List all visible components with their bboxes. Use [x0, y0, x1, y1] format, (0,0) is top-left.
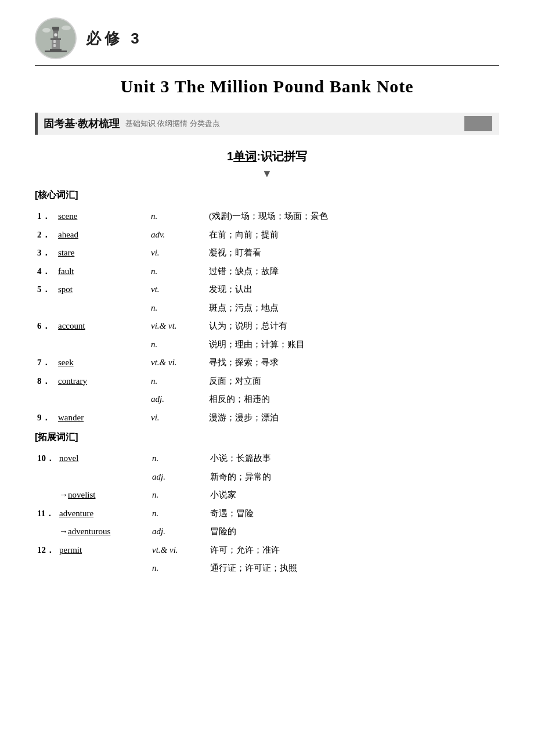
vocab-word-cell: seek: [56, 354, 149, 372]
vocab-title-rest: :识记拼写: [257, 150, 307, 163]
vocab-word-cell: fault: [56, 262, 149, 281]
table-row: 1．scenen.(戏剧)一场；现场；场面；景色: [35, 207, 499, 226]
vocab-pos-cell: vt.& vi.: [150, 541, 208, 560]
table-row: →novelistn.小说家: [35, 486, 499, 505]
table-row: 7．seekvt.& vi.寻找；探索；寻求: [35, 354, 499, 372]
table-row: 6．accountvi.& vt.认为；说明；总计有: [35, 317, 499, 336]
vocab-def-cell: 凝视；盯着看: [207, 244, 499, 262]
table-row: 11．adventuren.奇遇；冒险: [35, 505, 499, 523]
table-row: 9．wandervi.漫游；漫步；漂泊: [35, 409, 499, 427]
vocab-arrow: ▼: [35, 168, 499, 180]
table-row: 2．aheadadv.在前；向前；提前: [35, 226, 499, 244]
table-row: adj.相反的；相违的: [35, 390, 499, 409]
vocab-word-cell: permit: [57, 541, 150, 560]
vocab-pos-cell: vi.: [149, 409, 207, 427]
vocab-number-cell: 9．: [35, 409, 56, 427]
vocab-def-cell: 奇遇；冒险: [208, 505, 499, 523]
vocab-def-cell: 过错；缺点；故障: [207, 262, 499, 281]
vocab-table: 10．noveln.小说；长篇故事adj.新奇的；异常的→novelistn.小…: [35, 449, 499, 578]
table-row: 3．starevi.凝视；盯着看: [35, 244, 499, 262]
vocab-word-cell: wander: [56, 409, 149, 427]
vocab-number-cell: 11．: [35, 505, 57, 523]
vocab-def-cell: 在前；向前；提前: [207, 226, 499, 244]
book-title: 必修 3: [86, 28, 143, 49]
vocab-number-cell: 1．: [35, 207, 56, 226]
vocab-number-cell: 2．: [35, 226, 56, 244]
vocab-def-cell: 斑点；污点；地点: [207, 299, 499, 318]
category-label: [拓展词汇]: [35, 431, 499, 444]
vocab-pos-cell: adv.: [149, 226, 207, 244]
svg-rect-2: [53, 30, 59, 31]
vocab-word-cell: contrary: [56, 372, 149, 391]
vocab-container: [核心词汇]1．scenen.(戏剧)一场；现场；场面；景色2．aheadadv…: [35, 189, 499, 578]
vocab-title-underline: 单词: [233, 150, 257, 163]
vocab-pos-cell: n.: [150, 449, 208, 468]
vocab-pos-cell: adj.: [150, 468, 208, 487]
svg-rect-6: [50, 38, 61, 40]
vocab-number-cell: [35, 523, 57, 541]
vocab-pos-cell: n.: [149, 207, 207, 226]
table-row: 12．permitvt.& vi.许可；允许；准许: [35, 541, 499, 560]
table-row: →adventurousadj.冒险的: [35, 523, 499, 541]
vocab-pos-cell: vi.& vt.: [149, 317, 207, 336]
table-row: n.斑点；污点；地点: [35, 299, 499, 318]
vocab-word-cell: account: [56, 317, 149, 336]
header-divider: [35, 65, 499, 66]
svg-point-12: [62, 26, 71, 30]
table-row: adj.新奇的；异常的: [35, 468, 499, 487]
vocab-word-cell: stare: [56, 244, 149, 262]
svg-point-11: [42, 28, 50, 33]
vocab-def-cell: 发现；认出: [207, 280, 499, 299]
vocab-number-cell: [35, 486, 57, 505]
vocab-number-cell: 8．: [35, 372, 56, 391]
vocab-def-cell: 通行证；许可证；执照: [208, 559, 499, 578]
vocab-number-cell: 10．: [35, 449, 57, 468]
vocab-pos-cell: n.: [150, 505, 208, 523]
vocab-number: 1: [227, 150, 233, 163]
vocab-pos-cell: vi.: [149, 244, 207, 262]
vocab-word-cell: novel: [57, 449, 150, 468]
vocab-number-cell: 12．: [35, 541, 57, 560]
section-main-label: 固考基·教材梳理: [44, 117, 120, 131]
vocab-word-cell: ahead: [56, 226, 149, 244]
vocab-number-cell: 5．: [35, 280, 56, 299]
vocab-def-cell: 新奇的；异常的: [208, 468, 499, 487]
vocab-def-cell: 小说；长篇故事: [208, 449, 499, 468]
vocab-pos-cell: n.: [150, 486, 208, 505]
vocab-number-cell: 4．: [35, 262, 56, 281]
vocab-number-cell: 6．: [35, 317, 56, 336]
vocab-def-cell: 许可；允许；准许: [208, 541, 499, 560]
vocab-def-cell: 寻找；探索；寻求: [207, 354, 499, 372]
vocab-def-cell: 认为；说明；总计有: [207, 317, 499, 336]
vocab-word-cell: →adventurous: [57, 523, 150, 541]
vocab-pos-cell: vt.: [149, 280, 207, 299]
vocab-pos-cell: adj.: [150, 523, 208, 541]
vocab-table: 1．scenen.(戏剧)一场；现场；场面；景色2．aheadadv.在前；向前…: [35, 207, 499, 427]
vocab-word-cell: scene: [56, 207, 149, 226]
vocab-pos-cell: n.: [149, 372, 207, 391]
table-row: 5．spotvt.发现；认出: [35, 280, 499, 299]
vocab-pos-cell: n.: [149, 336, 207, 354]
svg-rect-1: [52, 27, 59, 30]
vocab-def-cell: 小说家: [208, 486, 499, 505]
table-row: 10．noveln.小说；长篇故事: [35, 449, 499, 468]
vocab-pos-cell: n.: [149, 262, 207, 281]
vocab-word-cell: →novelist: [57, 486, 150, 505]
vocab-number-cell: 7．: [35, 354, 56, 372]
logo-image: [35, 17, 77, 59]
page: 必修 3 Unit 3 The Million Pound Bank Note …: [0, 0, 534, 756]
table-row: n.说明；理由；计算；账目: [35, 336, 499, 354]
vocab-pos-cell: adj.: [149, 390, 207, 409]
vocab-word-cell: spot: [56, 280, 149, 299]
category-label: [核心词汇]: [35, 189, 499, 201]
vocab-word-cell: adventure: [57, 505, 150, 523]
header: 必修 3: [35, 17, 499, 59]
table-row: 8．contraryn.反面；对立面: [35, 372, 499, 391]
svg-rect-7: [50, 49, 62, 51]
section-header: 固考基·教材梳理 基础知识 依纲据情 分类盘点: [35, 113, 499, 135]
vocab-def-cell: 说明；理由；计算；账目: [207, 336, 499, 354]
vocab-pos-cell: n.: [149, 299, 207, 318]
vocab-def-cell: 漫游；漫步；漂泊: [207, 409, 499, 427]
vocab-def-cell: 冒险的: [208, 523, 499, 541]
svg-point-4: [54, 33, 57, 37]
